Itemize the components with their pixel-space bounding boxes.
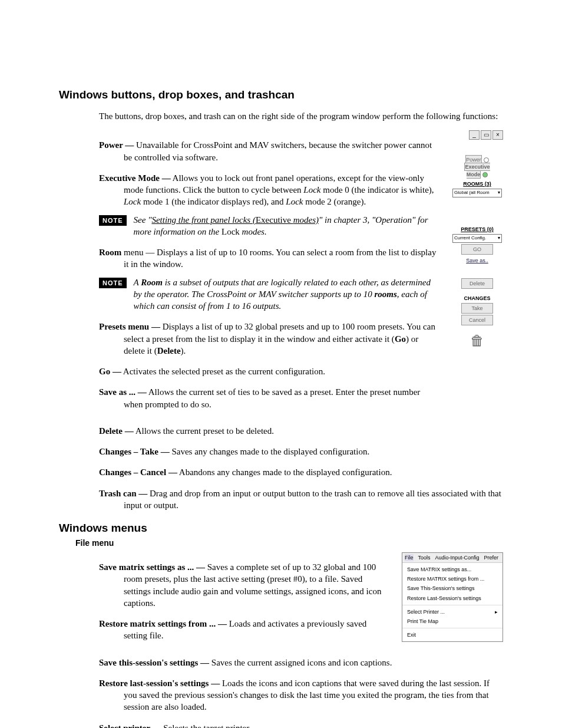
menu-file[interactable]: File [405, 554, 414, 561]
entry-restore-matrix: Restore matrix settings from ... — Loads… [99, 618, 391, 642]
go-button[interactable]: GO [461, 244, 493, 255]
minimize-icon[interactable]: _ [469, 130, 480, 140]
menu-item[interactable]: Exit [402, 630, 503, 640]
entry-delete: Delete — Allows the current preset to be… [99, 425, 503, 437]
window-controls: _ ▭ × [451, 130, 503, 140]
cancel-button[interactable]: Cancel [461, 315, 493, 325]
changes-label: CHANGES [451, 295, 503, 302]
entry-save-matrix: Save matrix settings as ... — Saves a co… [99, 561, 391, 609]
take-button[interactable]: Take [461, 303, 493, 314]
entry-go: Go — Activates the selected preset as th… [99, 365, 441, 377]
note-tag: NOTE [99, 278, 127, 289]
intro-paragraph: The buttons, drop boxes, and trash can o… [99, 110, 503, 122]
presets-label: PRESETS (0) [451, 226, 503, 233]
menu-tools[interactable]: Tools [418, 554, 431, 561]
menu-item[interactable]: Save MATRIX settings as... [402, 565, 503, 574]
menu-prefer[interactable]: Prefer [484, 554, 499, 561]
menu-item[interactable]: Print Tie Map [402, 617, 503, 626]
menu-item[interactable]: Save This-Session's settings [402, 584, 503, 593]
entry-room: Room menu — Displays a list of up to 10 … [99, 246, 441, 271]
subhead-file-menu: File menu [75, 538, 503, 548]
ui-panel-mock: _ ▭ × Power ExecutiveMode ROOMS (3) Glob… [451, 130, 503, 351]
entry-trash-can: Trash can — Drag and drop from an input … [99, 487, 503, 512]
entry-executive-mode: Executive Mode — Allows you to lock out … [99, 172, 441, 208]
heading-windows-menus: Windows menus [59, 522, 503, 535]
note-exec-mode: NOTE See "Setting the front panel locks … [99, 214, 441, 238]
note-tag: NOTE [99, 215, 127, 226]
heading-windows-buttons: Windows buttons, drop boxes, and trashca… [59, 88, 503, 101]
entry-changes-cancel: Changes – Cancel — Abandons any changes … [99, 466, 503, 478]
exec-indicator-icon [482, 172, 488, 177]
menu-item[interactable]: Restore Last-Session's settings [402, 594, 503, 603]
note-room: NOTE A Room is a subset of outputs that … [99, 276, 441, 312]
entry-power: Power — Unavailable for CrossPoint and M… [99, 139, 441, 163]
maximize-icon[interactable]: ▭ [481, 130, 491, 140]
menu-item[interactable]: Select Printer ...▸ [402, 607, 503, 617]
rooms-dropdown[interactable]: Global (all Room▾ [452, 189, 502, 197]
power-indicator-icon [484, 157, 489, 163]
file-menu-mock: File Tools Audio-Input-Config Prefer Sav… [402, 552, 503, 642]
entry-select-printer: Select printer — Selects the target prin… [99, 722, 503, 729]
trash-icon[interactable]: 🗑 [451, 331, 503, 350]
delete-button[interactable]: Delete [461, 278, 493, 289]
entry-presets: Presets menu — Displays a list of up to … [99, 321, 441, 357]
close-icon[interactable]: × [492, 130, 503, 140]
entry-changes-take: Changes – Take — Saves any changes made … [99, 446, 503, 457]
entry-save-as: Save as ... — Allows the current set of … [99, 386, 441, 410]
submenu-arrow-icon: ▸ [495, 608, 498, 615]
menubar: File Tools Audio-Input-Config Prefer [402, 553, 503, 563]
entry-restore-session: Restore last-session's settings — Loads … [99, 677, 503, 713]
menu-item[interactable]: Restore MATRIX settings from ... [402, 574, 503, 584]
presets-dropdown[interactable]: Current Config.▾ [452, 234, 502, 243]
save-as-button[interactable]: Save as.. [462, 256, 492, 265]
chevron-down-icon: ▾ [498, 235, 500, 242]
entry-save-session: Save this-session's settings — Saves the… [99, 657, 503, 668]
chevron-down-icon: ▾ [498, 190, 500, 196]
rooms-label: ROOMS (3) [451, 180, 503, 187]
menu-audio[interactable]: Audio-Input-Config [435, 554, 480, 561]
